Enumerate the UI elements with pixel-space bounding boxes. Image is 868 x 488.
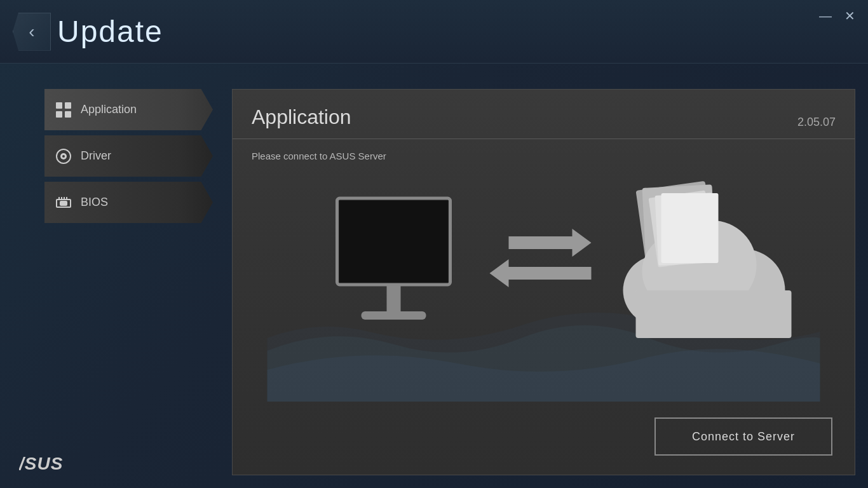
sidebar-item-application[interactable]: Application	[44, 89, 213, 130]
window-controls: — ✕	[819, 10, 855, 22]
content-header: Application 2.05.07	[233, 90, 855, 139]
svg-rect-3	[65, 111, 71, 118]
svg-text:/SUS: /SUS	[19, 454, 63, 473]
svg-rect-16	[362, 311, 426, 320]
sidebar-item-bios[interactable]: BIOS	[44, 182, 213, 223]
subtitle-text: Please connect to ASUS Server	[252, 151, 386, 161]
illustration	[233, 173, 855, 402]
asus-logo: /SUS	[19, 452, 83, 478]
version-text: 2.05.07	[797, 116, 836, 129]
svg-rect-14	[340, 201, 448, 282]
svg-rect-15	[387, 285, 401, 311]
back-button[interactable]: ‹	[13, 13, 51, 51]
content-subtitle: Please connect to ASUS Server	[233, 139, 855, 173]
bios-icon	[54, 193, 73, 212]
sidebar-application-label: Application	[81, 103, 137, 116]
svg-rect-29	[661, 193, 719, 263]
illustration-svg	[233, 173, 855, 402]
close-button[interactable]: ✕	[844, 10, 855, 22]
page-title: Update	[57, 14, 163, 49]
sidebar-item-driver[interactable]: Driver	[44, 135, 213, 177]
svg-rect-2	[56, 111, 62, 118]
svg-rect-12	[60, 201, 67, 205]
minimize-button[interactable]: —	[819, 10, 832, 22]
title-bar: ‹ Update	[0, 0, 868, 64]
svg-marker-18	[490, 259, 592, 287]
svg-marker-17	[509, 229, 592, 257]
svg-point-6	[62, 155, 65, 158]
connect-to-server-button[interactable]: Connect to Server	[654, 417, 832, 456]
svg-rect-26	[636, 290, 792, 338]
main-content: Application 2.05.07 Please connect to AS…	[232, 89, 855, 475]
svg-rect-1	[65, 102, 71, 109]
sidebar-bios-label: BIOS	[81, 196, 108, 209]
sidebar: Application Driver BIOS	[0, 64, 222, 223]
driver-icon	[54, 147, 73, 166]
content-title: Application	[252, 105, 351, 129]
sidebar-driver-label: Driver	[81, 149, 111, 163]
svg-rect-0	[56, 102, 62, 109]
app-icon	[54, 100, 73, 119]
